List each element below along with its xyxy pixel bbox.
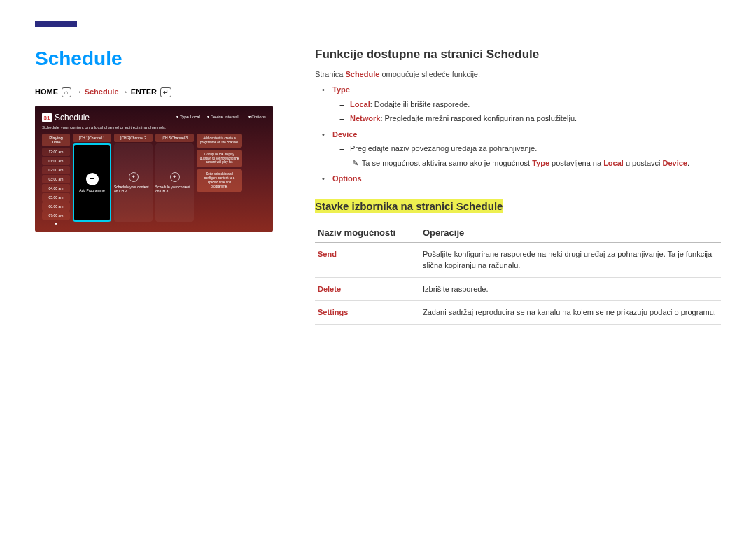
channel-header: [CH 1]Channel 1 — [73, 134, 111, 142]
feature-list: Type Local: Dodajte ili brišite raspored… — [315, 84, 721, 185]
screenshot-preview: 31 Schedule Type Local Device Internal O… — [35, 106, 273, 232]
time-slot: 06:00 am — [42, 202, 70, 211]
tv-top-controls: Type Local Device Internal Options — [176, 114, 266, 119]
tv-control-options[interactable]: Options — [248, 114, 266, 119]
path-enter: ENTER — [131, 87, 157, 96]
local-text: : Dodajte ili brišite rasporede. — [370, 100, 470, 108]
page-body: Schedule HOME ⌂ → Schedule → ENTER ↵ 31 … — [0, 27, 756, 360]
calendar-icon: 31 — [42, 113, 52, 122]
feature-type-label: Type — [332, 85, 350, 94]
time-slot: 04:00 am — [42, 184, 70, 192]
menu-items-heading: Stavke izbornika na stranici Schedule — [315, 199, 503, 213]
channel-slot-label: Schedule your content on CH 3. — [155, 185, 194, 193]
time-slot: 01:00 am — [42, 157, 70, 165]
channel-3: [CH 3]Channel 3 + Schedule your content … — [155, 134, 194, 227]
note-type: Type — [532, 159, 550, 167]
channel-slot-selected[interactable]: + Add Programme — [73, 143, 111, 222]
col-operations: Operacije — [420, 223, 721, 243]
path-schedule: Schedule — [85, 87, 119, 96]
device-desc: Pregledajte naziv povezanog uređaja za p… — [343, 143, 721, 155]
tv-grid: Playing Time 12:00 am 01:00 am 02:00 am … — [42, 134, 266, 227]
note-end: . — [687, 159, 690, 167]
channel-1: [CH 1]Channel 1 + Add Programme — [73, 134, 111, 227]
time-slot: 03:00 am — [42, 175, 70, 183]
type-sublist: Local: Dodajte ili brišite rasporede. Ne… — [332, 99, 721, 125]
row-send-name: Send — [315, 242, 420, 277]
note-pre: Ta se mogućnost aktivira samo ako je mog… — [362, 159, 532, 167]
intro-text: Stranica Schedule omogućuje sljedeće fun… — [315, 70, 721, 78]
col-name: Naziv mogućnosti — [315, 223, 420, 243]
row-delete-desc: Izbrišite rasporede. — [420, 277, 721, 301]
local-bold: Local — [350, 100, 370, 108]
row-send-desc: Pošaljite konfigurirane rasporede na nek… — [420, 242, 721, 277]
plus-icon[interactable]: + — [170, 172, 180, 182]
time-slot: 07:00 am — [42, 211, 70, 220]
time-slot: 05:00 am — [42, 193, 70, 202]
side-tip: Configure the display duration to set ho… — [197, 150, 242, 168]
table-row: Settings Zadani sadržaj reproducira se n… — [315, 301, 721, 325]
nav-path: HOME ⌂ → Schedule → ENTER ↵ — [35, 87, 273, 97]
note-local: Local — [603, 159, 624, 167]
home-icon: ⌂ — [62, 87, 71, 97]
options-table: Naziv mogućnosti Operacije Send Pošaljit… — [315, 223, 721, 325]
page-header — [0, 0, 756, 27]
side-tip: Set a schedule and configure content to … — [197, 169, 242, 191]
table-row: Delete Izbrišite rasporede. — [315, 277, 721, 301]
time-column: Playing Time 12:00 am 01:00 am 02:00 am … — [42, 134, 70, 227]
tv-subtitle: Schedule your content on a local channel… — [42, 125, 266, 129]
intro-pre: Stranica — [315, 70, 345, 78]
device-sublist: Pregledajte naziv povezanog uređaja za p… — [332, 143, 721, 169]
network-bold: Network — [350, 114, 380, 122]
type-network: Network: Pregledajte mrežni raspored kon… — [343, 113, 721, 125]
intro-post: omogućuje sljedeće funkcije. — [379, 70, 480, 78]
row-settings-name: Settings — [315, 301, 420, 325]
left-column: Schedule HOME ⌂ → Schedule → ENTER ↵ 31 … — [35, 48, 273, 325]
time-slot: 12:00 am — [42, 148, 70, 156]
row-delete-name: Delete — [315, 277, 420, 301]
page-title: Schedule — [35, 48, 273, 70]
channel-2: [CH 2]Channel 2 + Schedule your content … — [114, 134, 153, 227]
time-slot: 02:00 am — [42, 166, 70, 174]
note-icon: ✎ — [350, 157, 360, 169]
feature-options-label: Options — [332, 174, 362, 183]
path-home: HOME — [35, 87, 58, 96]
note-mid2: u postavci — [624, 159, 663, 167]
chevron-down-icon[interactable]: ▾ — [42, 220, 70, 227]
note-device: Device — [663, 159, 687, 167]
table-row: Send Pošaljite konfigurirane rasporede n… — [315, 242, 721, 277]
channel-slot-label: Schedule your content on CH 2. — [114, 185, 153, 193]
network-text: : Pregledajte mrežni raspored konfigurir… — [380, 114, 577, 122]
feature-type: Type Local: Dodajte ili brišite raspored… — [326, 84, 721, 125]
feature-options: Options — [326, 173, 721, 185]
tv-control-type[interactable]: Type Local — [176, 114, 200, 119]
plus-icon[interactable]: + — [86, 173, 99, 185]
functions-heading: Funkcije dostupne na stranici Schedule — [315, 48, 721, 62]
channel-slot-label: Add Programme — [79, 188, 104, 192]
feature-device-label: Device — [332, 130, 357, 139]
header-divider — [84, 24, 721, 24]
tv-control-device[interactable]: Device Internal — [207, 114, 239, 119]
type-local: Local: Dodajte ili brišite rasporede. — [343, 99, 721, 111]
feature-device: Device Pregledajte naziv povezanog uređa… — [326, 129, 721, 169]
enter-icon: ↵ — [160, 87, 172, 97]
channel-slot[interactable]: + Schedule your content on CH 3. — [155, 143, 194, 222]
channel-header: [CH 3]Channel 3 — [155, 134, 194, 142]
device-note: ✎ Ta se mogućnost aktivira samo ako je m… — [343, 157, 721, 169]
channel-slot[interactable]: + Schedule your content on CH 2. — [114, 143, 153, 222]
note-mid: postavljena na — [550, 159, 603, 167]
tv-title-text: Schedule — [55, 113, 90, 122]
side-tip: Add content to create a programme on the… — [197, 134, 242, 148]
header-accent — [35, 21, 77, 27]
table-header-row: Naziv mogućnosti Operacije — [315, 223, 721, 243]
channel-header: [CH 2]Channel 2 — [114, 134, 153, 142]
tv-sidebar: Add content to create a programme on the… — [197, 134, 242, 227]
plus-icon[interactable]: + — [129, 172, 139, 182]
right-column: Funkcije dostupne na stranici Schedule S… — [315, 48, 721, 325]
time-header: Playing Time — [42, 134, 70, 146]
row-settings-desc: Zadani sadržaj reproducira se na kanalu … — [420, 301, 721, 325]
intro-highlight: Schedule — [345, 70, 379, 78]
